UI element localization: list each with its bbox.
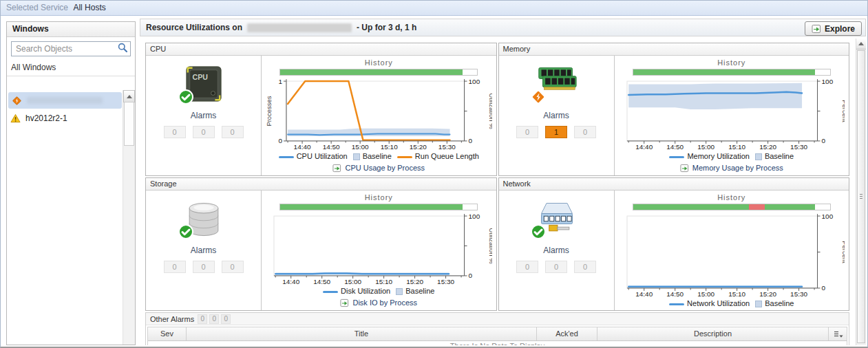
alarm-count-box[interactable]: 0: [193, 126, 215, 138]
history-bar: [279, 69, 478, 76]
other-alarm-count[interactable]: 0: [209, 314, 219, 324]
sidebar-item-hv2012r2-1[interactable]: hv2012r2-1: [7, 110, 123, 127]
main-area: Resource Utilizations on - Up for 3 d, 1…: [140, 19, 866, 345]
warning-alarm-icon: [10, 113, 21, 123]
alarm-count-box[interactable]: 0: [222, 126, 244, 138]
alarm-count-box[interactable]: 0: [545, 261, 567, 273]
explore-button[interactable]: Explore: [805, 21, 862, 36]
legend-item: Baseline: [353, 152, 392, 160]
fatal-alarm-icon: [12, 96, 22, 106]
alarm-count-box[interactable]: 0: [574, 126, 596, 138]
drilldown-icon: [332, 164, 341, 173]
main-scroll-thumb[interactable]: [857, 50, 865, 343]
drilldown-icon: [680, 164, 689, 173]
svg-text:14:40: 14:40: [294, 143, 311, 151]
selected-service-label: Selected Service: [6, 3, 68, 12]
svg-text:100: 100: [821, 78, 833, 85]
redacted-hostname: [247, 23, 352, 32]
svg-text:Percent: Percent: [840, 100, 845, 122]
legend-item: Memory Utilization: [669, 152, 749, 160]
history-segment: [765, 204, 815, 210]
column-description[interactable]: Description: [597, 327, 829, 340]
memory-usage-by-process-link[interactable]: Memory Usage by Process: [619, 162, 845, 174]
svg-text:Processes: Processes: [266, 96, 273, 126]
legend-item: Network Utilization: [669, 299, 750, 307]
sidebar-item-redacted[interactable]: [8, 92, 122, 109]
sidebar: Windows All Windows hv2012r2-1: [6, 21, 136, 345]
svg-text:15:00: 15:00: [697, 143, 714, 151]
legend-item: Disk Utilization: [323, 287, 390, 295]
alarm-count-box[interactable]: 0: [516, 126, 538, 138]
svg-text:15:20: 15:20: [410, 143, 427, 151]
link-label: CPU Usage by Process: [345, 164, 425, 172]
table-customizer-icon[interactable]: [829, 327, 847, 340]
column-title[interactable]: Title: [187, 327, 537, 340]
svg-text:14:50: 14:50: [313, 278, 330, 285]
svg-text:14:40: 14:40: [635, 143, 653, 151]
svg-text:15:30: 15:30: [438, 143, 456, 151]
svg-text:CPU: CPU: [192, 73, 208, 81]
history-segment: [633, 204, 750, 210]
chart-legend: Disk UtilizationBaseline: [266, 285, 492, 296]
sidebar-title: Windows: [7, 22, 135, 37]
chart-legend: Memory UtilizationBaseline: [619, 151, 845, 162]
search-input[interactable]: [14, 43, 118, 54]
svg-text:15:20: 15:20: [759, 290, 776, 298]
explore-icon: [812, 24, 821, 34]
alarm-count-box[interactable]: 0: [164, 261, 186, 273]
selected-service-value: All Hosts: [73, 3, 105, 12]
alarm-count-box[interactable]: 0: [222, 261, 244, 273]
svg-text:1: 1: [278, 78, 282, 85]
search-area: [7, 37, 135, 61]
other-alarm-count[interactable]: 0: [221, 314, 231, 324]
alarm-count-box[interactable]: 1: [545, 126, 567, 138]
svg-text:100: 100: [821, 213, 833, 220]
scroll-up-arrow-icon[interactable]: [123, 90, 135, 102]
main-scrollbar[interactable]: [856, 39, 866, 345]
panel-network-header[interactable]: Network: [499, 178, 849, 191]
sidebar-list: hv2012r2-1: [7, 90, 123, 345]
column-acked[interactable]: Ack'ed: [537, 327, 597, 340]
scroll-up-arrow-icon[interactable]: [856, 39, 866, 50]
panel-memory: Memory: [498, 43, 850, 176]
svg-text:14:40: 14:40: [282, 278, 299, 285]
svg-text:0: 0: [278, 137, 282, 144]
panel-storage-header[interactable]: Storage: [146, 178, 496, 191]
svg-text:0: 0: [821, 137, 825, 144]
column-sev[interactable]: Sev: [148, 327, 187, 340]
svg-text:0: 0: [469, 272, 473, 279]
history-segment: [280, 204, 462, 210]
alarm-count-box[interactable]: 0: [193, 261, 215, 273]
alarms-label: Alarms: [543, 246, 569, 255]
history-label: History: [266, 58, 492, 67]
svg-text:Utilization %: Utilization %: [488, 93, 492, 129]
panel-memory-header[interactable]: Memory: [499, 43, 849, 56]
history-bar: [633, 69, 831, 76]
search-box[interactable]: [11, 41, 131, 56]
search-icon[interactable]: [118, 43, 127, 55]
sidebar-scroll-thumb[interactable]: [124, 102, 134, 146]
svg-text:14:50: 14:50: [666, 290, 684, 298]
panel-storage: Storage: [145, 177, 497, 311]
redacted-label: [27, 97, 103, 104]
storage-chart: 14:4014:5015:0015:1015:2015:300100Utiliz…: [266, 212, 492, 285]
legend-item: Run Queue Length: [397, 152, 479, 160]
disk-io-by-process-link[interactable]: Disk IO by Process: [266, 296, 492, 309]
other-alarm-count[interactable]: 0: [198, 314, 207, 324]
alarm-counts: 010: [516, 126, 596, 138]
chart-legend: Network UtilizationBaseline: [619, 298, 845, 309]
panel-memory-title: Memory: [503, 45, 531, 53]
memory-chart: 14:4014:5015:0015:1015:2015:300100Percen…: [619, 77, 845, 151]
panel-network-title: Network: [503, 180, 531, 188]
alarm-counts: 000: [516, 261, 596, 273]
top-bar: Selected Service All Hosts: [1, 1, 867, 16]
alarm-count-box[interactable]: 0: [574, 261, 596, 273]
alarm-count-box[interactable]: 0: [164, 126, 186, 138]
alarm-counts: 000: [164, 126, 244, 138]
sidebar-scrollbar[interactable]: [123, 90, 135, 345]
status-fatal-icon: [530, 89, 547, 105]
alarm-count-box[interactable]: 0: [516, 261, 538, 273]
cpu-usage-by-process-link[interactable]: CPU Usage by Process: [266, 162, 492, 174]
other-alarms-table: Sev Title Ack'ed Description There Is No…: [147, 327, 847, 345]
panel-cpu-header[interactable]: CPU: [146, 43, 496, 56]
